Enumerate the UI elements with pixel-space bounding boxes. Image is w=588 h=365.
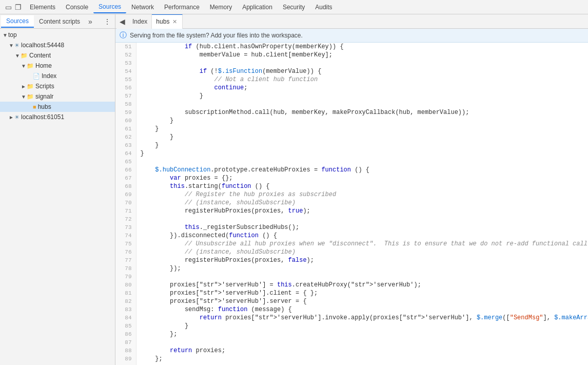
table-row: 63 } <box>115 141 588 149</box>
table-row: 83 sendMsg: function (message) { <box>115 305 588 314</box>
arrow-top: ▼ <box>2 32 8 38</box>
tree-item-content[interactable]: ▼ 📁 Content <box>0 50 115 61</box>
folder-icon-scripts: 📁 <box>27 83 34 90</box>
line-number: 54 <box>115 67 136 75</box>
menu-item-console[interactable]: Console <box>61 2 93 13</box>
line-code: if (hub.client.hasOwnProperty(memberKey)… <box>136 43 588 51</box>
line-code <box>136 158 588 166</box>
line-number: 70 <box>115 199 136 207</box>
line-code: $.hubConnection.prototype.createHubProxi… <box>136 166 588 174</box>
left-panel: Sources Content scripts » ⋮ ▼ top ▼ ☀ lo… <box>0 14 115 365</box>
tree-item-home[interactable]: ▼ 📁 Home <box>0 61 115 71</box>
line-code: // (instance, shouldSubscribe) <box>136 248 588 256</box>
info-icon: ⓘ <box>120 31 127 40</box>
menu-item-audits[interactable]: Audits <box>310 2 337 13</box>
line-code: registerHubProxies(proxies, true); <box>136 207 588 215</box>
line-number: 62 <box>115 133 136 141</box>
line-code <box>136 273 588 281</box>
table-row: 68 this.starting(function () { <box>115 182 588 190</box>
tab-sources[interactable]: Sources <box>1 15 34 28</box>
line-number: 88 <box>115 347 136 355</box>
menu-item-elements[interactable]: Elements <box>25 2 61 13</box>
file-icon-hubs: ■ <box>33 104 36 110</box>
line-code: }); <box>136 264 588 273</box>
table-row: 73 this._registerSubscribedHubs(); <box>115 223 588 232</box>
table-row: 57 } <box>115 92 588 100</box>
line-number: 56 <box>115 84 136 92</box>
tree-item-top[interactable]: ▼ top <box>0 30 115 40</box>
tree-item-localhost61051[interactable]: ► ☀ localhost:61051 <box>0 112 115 122</box>
editor-tab-hubs-close[interactable]: ✕ <box>171 18 178 26</box>
tab-content-scripts[interactable]: Content scripts <box>34 16 85 27</box>
table-row: 85 } <box>115 322 588 330</box>
line-code: return proxies; <box>136 347 588 355</box>
tree-label-localhost61051: localhost:61051 <box>21 113 64 121</box>
dock-icon[interactable]: ▭ <box>5 3 12 11</box>
line-number: 61 <box>115 125 136 133</box>
table-row: 74 }).disconnected(function () { <box>115 232 588 240</box>
line-code: } <box>136 149 588 158</box>
folder-icon-content: 📁 <box>21 52 28 59</box>
table-row: 51 if (hub.client.hasOwnProperty(memberK… <box>115 43 588 51</box>
table-row: 84 return proxies["str">'serverHub'].inv… <box>115 314 588 322</box>
tree-item-signalr[interactable]: ▼ 📁 signalr <box>0 91 115 102</box>
editor-tab-hubs[interactable]: hubs ✕ <box>152 14 183 29</box>
line-number: 80 <box>115 281 136 289</box>
tree-item-scripts[interactable]: ► 📁 Scripts <box>0 81 115 91</box>
tree-label-home: Home <box>35 62 52 69</box>
code-table: 51 if (hub.client.hasOwnProperty(memberK… <box>115 43 588 365</box>
table-row: 52 memberValue = hub.client[memberKey]; <box>115 51 588 59</box>
table-row: 86 }; <box>115 330 588 338</box>
devtools-body: Sources Content scripts » ⋮ ▼ top ▼ ☀ lo… <box>0 14 588 365</box>
line-number: 67 <box>115 174 136 182</box>
table-row: 64} <box>115 149 588 158</box>
devtools-menu-bar: ▭ ❐ Elements Console Sources Network Per… <box>0 0 588 14</box>
line-code: } <box>136 141 588 149</box>
editor-tab-index[interactable]: Index <box>128 14 152 29</box>
table-row: 72 <box>115 215 588 223</box>
editor-tabs: ◀ Index hubs ✕ <box>115 14 588 29</box>
line-number: 60 <box>115 117 136 125</box>
code-editor[interactable]: 51 if (hub.client.hasOwnProperty(memberK… <box>115 43 588 365</box>
table-row: 78 }); <box>115 264 588 273</box>
line-code: this.starting(function () { <box>136 182 588 190</box>
cursor-icon[interactable]: ❐ <box>15 3 22 11</box>
table-row: 89 }; <box>115 355 588 363</box>
prev-tab-button[interactable]: ◀ <box>116 14 128 29</box>
tree-item-index[interactable]: ► 📄 Index <box>0 71 115 81</box>
line-number: 85 <box>115 322 136 330</box>
table-row: 55 // Not a client hub function <box>115 75 588 84</box>
line-code <box>136 59 588 67</box>
more-tabs-button[interactable]: » <box>85 16 95 27</box>
line-code: // (instance, shouldSubscribe) <box>136 199 588 207</box>
domain-icon-61051: ☀ <box>14 114 19 121</box>
line-number: 81 <box>115 289 136 297</box>
line-number: 64 <box>115 149 136 158</box>
table-row: 61 } <box>115 125 588 133</box>
line-number: 51 <box>115 43 136 51</box>
line-number: 52 <box>115 51 136 59</box>
line-number: 78 <box>115 264 136 273</box>
table-row: 66 $.hubConnection.prototype.createHubPr… <box>115 166 588 174</box>
menu-item-memory[interactable]: Memory <box>205 2 237 13</box>
line-code: continue; <box>136 84 588 92</box>
tree-item-hubs[interactable]: ► ■ hubs <box>0 102 115 112</box>
tree-label-signalr: signalr <box>35 93 53 100</box>
menu-item-security[interactable]: Security <box>278 2 310 13</box>
kebab-menu-button[interactable]: ⋮ <box>101 16 114 27</box>
table-row: 62 } <box>115 133 588 141</box>
line-number: 66 <box>115 166 136 174</box>
line-number: 55 <box>115 75 136 84</box>
menu-item-sources[interactable]: Sources <box>93 1 126 13</box>
line-number: 69 <box>115 190 136 199</box>
line-number: 76 <box>115 248 136 256</box>
line-number: 58 <box>115 100 136 108</box>
arrow-home: ▼ <box>21 63 27 69</box>
line-code: // Not a client hub function <box>136 75 588 84</box>
tree-item-localhost54448[interactable]: ▼ ☀ localhost:54448 <box>0 40 115 50</box>
menu-item-performance[interactable]: Performance <box>159 2 205 13</box>
table-row: 71 registerHubProxies(proxies, true); <box>115 207 588 215</box>
menu-item-network[interactable]: Network <box>126 2 159 13</box>
line-number: 72 <box>115 215 136 223</box>
menu-item-application[interactable]: Application <box>237 2 278 13</box>
